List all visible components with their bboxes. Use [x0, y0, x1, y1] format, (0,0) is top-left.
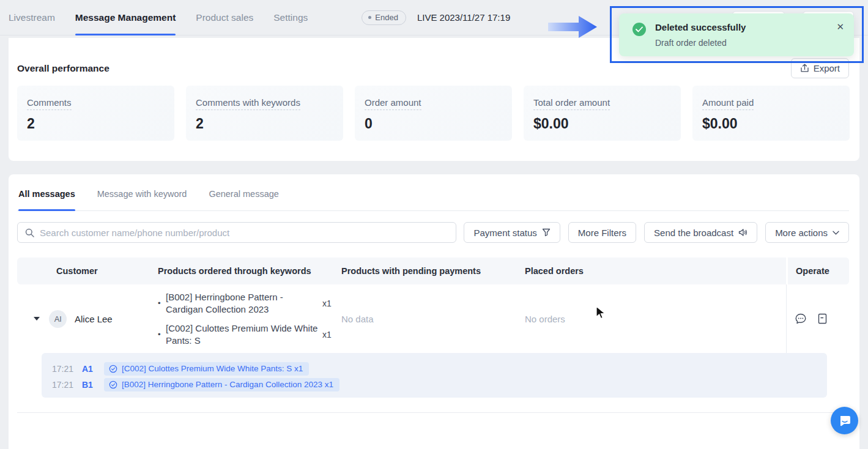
- filter-funnel-icon: [542, 228, 551, 237]
- export-label: Export: [814, 63, 840, 73]
- product-name: [B002] Herringbone Pattern - Cardigan Co…: [166, 291, 320, 316]
- stat-order-amount: Order amount 0: [355, 86, 512, 141]
- send-broadcast-button[interactable]: Send the broadcast: [644, 222, 757, 243]
- message-time: 17:21: [52, 364, 82, 374]
- column-operate: Operate: [786, 258, 849, 284]
- column-placed-orders: Placed orders: [525, 266, 786, 276]
- more-actions-button[interactable]: More actions: [765, 222, 849, 243]
- stat-value: 2: [196, 116, 333, 132]
- stat-label: Order amount: [365, 97, 421, 110]
- product-item: • [C002] Culottes Premium Wide White Pan…: [158, 322, 341, 347]
- main-nav: Livestream Message Management Product sa…: [9, 0, 308, 35]
- toolbar-buttons: Payment status More Filters Send the bro…: [464, 222, 849, 243]
- stat-value: 0: [365, 116, 502, 132]
- chat-message-icon[interactable]: [795, 313, 807, 325]
- keyword-product-chip[interactable]: [B002] Herringbone Pattern - Cardigan Co…: [104, 378, 339, 391]
- tab-message-with-keyword[interactable]: Message with keyword: [97, 184, 187, 210]
- performance-title: Overall performance: [17, 63, 109, 74]
- collapse-caret-icon[interactable]: [34, 317, 40, 321]
- export-icon: [800, 64, 809, 73]
- send-broadcast-label: Send the broadcast: [654, 228, 733, 238]
- tab-general-message[interactable]: General message: [209, 184, 278, 210]
- column-products-keywords: Products ordered through keywords: [158, 266, 341, 276]
- search-icon: [25, 228, 34, 237]
- bullet-icon: •: [158, 330, 166, 339]
- keyword-product-chip[interactable]: [C002] Culottes Premium Wide White Pants…: [104, 362, 309, 376]
- toast-close-icon[interactable]: ✕: [836, 22, 844, 56]
- toast-text: Deleted successfully Draft order deleted: [655, 22, 836, 56]
- keyword-code: A1: [82, 364, 104, 374]
- customer-name: Alice Lee: [75, 314, 113, 324]
- stat-total-order-amount: Total order amount $0.00: [524, 86, 681, 141]
- stat-comments: Comments 2: [17, 86, 174, 141]
- search-input[interactable]: [40, 228, 448, 238]
- toast-message: Draft order deleted: [655, 38, 836, 48]
- nav-product-sales[interactable]: Product sales: [196, 0, 253, 35]
- table-row: Al Alice Lee • [B002] Herringbone Patter…: [17, 284, 849, 353]
- stat-label: Total order amount: [533, 97, 610, 110]
- stat-comments-with-keywords: Comments with keywords 2: [186, 86, 343, 141]
- more-actions-label: More actions: [775, 228, 828, 238]
- customer-cell: Al Alice Lee: [42, 310, 158, 328]
- toolbar: Payment status More Filters Send the bro…: [17, 222, 849, 243]
- annotation-arrow-icon: [548, 15, 598, 39]
- live-timestamp: LIVE 2023/11/27 17:19: [417, 12, 510, 23]
- chevron-down-icon: [833, 231, 839, 235]
- stats-row: Comments 2 Comments with keywords 2 Orde…: [17, 86, 850, 141]
- status-badge: Ended: [362, 10, 406, 25]
- tab-all-messages[interactable]: All messages: [18, 184, 75, 210]
- expand-cell: [17, 317, 42, 321]
- nav-settings[interactable]: Settings: [273, 0, 308, 35]
- success-check-icon: [632, 23, 646, 36]
- stat-value: 2: [27, 116, 165, 132]
- order-note-icon[interactable]: [817, 313, 828, 325]
- keyword-messages-block: 17:21 A1 [C002] Culottes Premium Wide Wh…: [42, 353, 827, 398]
- keyword-message-row: 17:21 A1 [C002] Culottes Premium Wide Wh…: [42, 361, 827, 377]
- status-badge-label: Ended: [375, 13, 398, 22]
- payment-status-button[interactable]: Payment status: [464, 222, 560, 243]
- check-circle-icon: [109, 365, 117, 373]
- product-item: • [B002] Herringbone Pattern - Cardigan …: [158, 291, 341, 316]
- message-tabs: All messages Message with keyword Genera…: [17, 184, 849, 211]
- table-header: Customer Products ordered through keywor…: [17, 258, 849, 284]
- stat-label: Comments with keywords: [196, 97, 300, 110]
- keyword-message-row: 17:21 B1 [B002] Herringbone Pattern - Ca…: [42, 377, 827, 393]
- megaphone-icon: [738, 228, 747, 237]
- operate-cell: [786, 284, 849, 353]
- column-pending-payments: Products with pending payments: [341, 266, 525, 276]
- success-toast: Deleted successfully Draft order deleted…: [619, 13, 854, 56]
- status-dot-icon: [368, 16, 371, 19]
- stat-label: Amount paid: [702, 97, 754, 110]
- mouse-cursor: [595, 306, 607, 321]
- live-status-group: Ended LIVE 2023/11/27 17:19: [362, 10, 510, 25]
- row-divider: [17, 412, 849, 413]
- stat-value: $0.00: [702, 116, 840, 132]
- stat-value: $0.00: [533, 116, 671, 132]
- pending-payments-cell: No data: [341, 314, 525, 324]
- products-cell: • [B002] Herringbone Pattern - Cardigan …: [158, 291, 341, 347]
- column-customer: Customer: [42, 266, 158, 276]
- product-qty: x1: [322, 330, 332, 340]
- avatar: Al: [49, 310, 67, 328]
- check-circle-icon: [109, 380, 117, 389]
- chat-launcher-button[interactable]: [831, 407, 858, 434]
- more-filters-button[interactable]: More Filters: [568, 222, 636, 243]
- keyword-product-text: [C002] Culottes Premium Wide White Pants…: [122, 364, 303, 373]
- keyword-product-text: [B002] Herringbone Pattern - Cardigan Co…: [122, 380, 333, 389]
- toast-title: Deleted successfully: [655, 22, 836, 32]
- keyword-code: B1: [82, 380, 104, 390]
- nav-livestream[interactable]: Livestream: [9, 0, 55, 35]
- messages-card: All messages Message with keyword Genera…: [9, 174, 859, 449]
- placed-orders-cell: No orders: [525, 314, 786, 324]
- search-box[interactable]: [17, 222, 456, 243]
- bullet-icon: •: [158, 299, 166, 308]
- stat-label: Comments: [27, 97, 72, 110]
- message-time: 17:21: [52, 380, 82, 390]
- product-qty: x1: [322, 299, 332, 308]
- payment-status-label: Payment status: [473, 228, 536, 238]
- chat-bubble-icon: [838, 414, 851, 428]
- nav-message-management[interactable]: Message Management: [75, 0, 176, 35]
- more-filters-label: More Filters: [578, 228, 626, 238]
- stat-amount-paid: Amount paid $0.00: [692, 86, 850, 141]
- product-name: [C002] Culottes Premium Wide White Pants…: [166, 322, 320, 347]
